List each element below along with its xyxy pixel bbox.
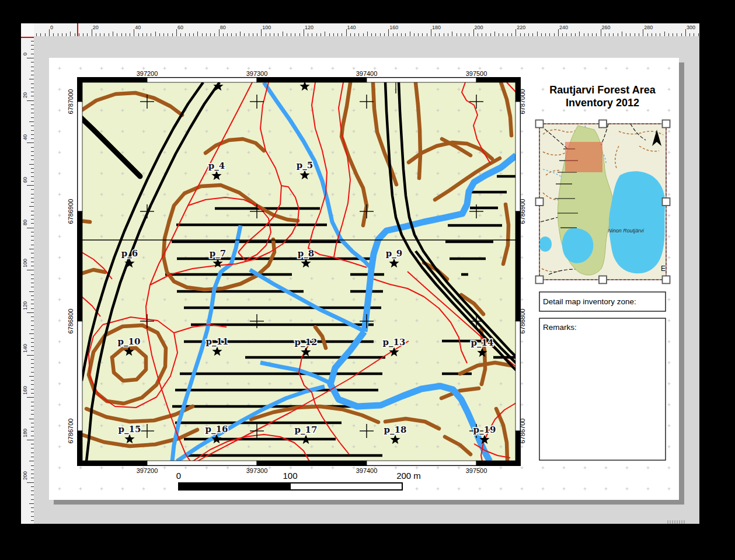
- title-line-1: Rautjarvi Forest Area: [549, 84, 656, 96]
- ruler-number: 20: [22, 92, 28, 98]
- layout-page: p_4p_5p_6p_7p_8p_9p_10p_11p_12p_13p_14p_…: [49, 58, 679, 500]
- sample-point-label: p_19: [473, 425, 496, 435]
- horizontal-ruler[interactable]: 0204060801001201401601802002202402602803…: [34, 23, 699, 37]
- ruler-number: 0: [22, 53, 28, 55]
- ruler-number: 60: [22, 177, 28, 183]
- ruler-number: 40: [22, 134, 28, 140]
- detail-zone-box-item[interactable]: Detail map inventory zone:: [539, 292, 666, 311]
- svg-text:397300: 397300: [246, 467, 268, 474]
- ruler-number: 20: [93, 25, 99, 30]
- sample-point-label: p_10: [118, 336, 141, 347]
- ruler-number: 80: [22, 220, 28, 225]
- sample-point-label: p_8: [298, 248, 314, 259]
- selection-handle[interactable]: [599, 276, 607, 284]
- overview-extent-rectangle: [565, 142, 602, 172]
- remarks-label: Remarks:: [543, 323, 577, 332]
- svg-text:397300: 397300: [246, 70, 268, 77]
- title-line-2: Inventory 2012: [566, 97, 639, 109]
- ruler-number: 160: [22, 386, 28, 395]
- remarks-box-item[interactable]: Remarks:: [539, 318, 666, 460]
- ruler-number: 220: [517, 25, 525, 30]
- sample-point-label: p_15: [119, 424, 141, 434]
- page-shadow: [679, 62, 684, 505]
- selection-handle[interactable]: [536, 276, 544, 284]
- ruler-number: 280: [644, 25, 653, 30]
- selection-handle[interactable]: [663, 120, 670, 128]
- qgis-layout-window: 0204060801001201401601802002202402602803…: [0, 0, 735, 560]
- ruler-number: 100: [22, 259, 28, 267]
- scalebar-label: 100: [283, 471, 297, 481]
- sample-point-label: p_17: [295, 425, 318, 435]
- svg-text:397200: 397200: [137, 70, 158, 77]
- vertical-ruler[interactable]: 020406080100120140160180200: [21, 36, 34, 524]
- svg-text:6786900: 6786900: [519, 199, 526, 224]
- svg-text:397500: 397500: [466, 70, 487, 77]
- ruler-number: 240: [559, 25, 568, 30]
- sample-point-label: p_12: [295, 337, 318, 347]
- page-shadow: [54, 500, 684, 505]
- sample-point-label: p_5: [297, 160, 313, 171]
- sample-point-label: p_13: [383, 337, 406, 347]
- map-background: [82, 82, 515, 461]
- svg-text:6787000: 6787000: [519, 89, 526, 114]
- main-map-item[interactable]: p_4p_5p_6p_7p_8p_9p_10p_11p_12p_13p_14p_…: [67, 70, 526, 474]
- svg-text:397400: 397400: [356, 70, 378, 77]
- sample-point-label: p_4: [208, 161, 225, 171]
- svg-text:6787000: 6787000: [67, 89, 74, 114]
- resize-grip[interactable]: [667, 520, 686, 524]
- selection-handle[interactable]: [599, 120, 607, 128]
- ruler-number: 180: [22, 429, 28, 437]
- selection-handle[interactable]: [536, 198, 544, 206]
- sample-point-label: p_7: [210, 248, 226, 259]
- scalebar-label: 200 m: [396, 471, 421, 481]
- ruler-number: 40: [135, 25, 141, 30]
- sample-point-label: p_18: [384, 425, 407, 435]
- ruler-number: 0: [50, 25, 53, 30]
- ruler-number: 160: [389, 25, 398, 30]
- ruler-corner: [21, 23, 34, 37]
- ruler-cursor-marker-left: [21, 37, 34, 38]
- overview-lake: [609, 171, 665, 273]
- selection-handle[interactable]: [536, 120, 544, 128]
- sample-point-label: p_9: [386, 248, 402, 259]
- svg-text:6786900: 6786900: [67, 199, 74, 224]
- svg-text:397200: 397200: [137, 467, 158, 474]
- sample-point-label: p_6: [121, 248, 138, 259]
- ruler-number: 200: [475, 25, 483, 30]
- ruler-number: 120: [305, 25, 313, 30]
- overview-map-item[interactable]: Ninon Routjärvi E: [536, 120, 670, 284]
- overview-lake-label: Ninon Routjärvi: [608, 228, 645, 234]
- remarks-box: [539, 318, 666, 460]
- ruler-number: 200: [22, 471, 28, 480]
- ruler-number: 140: [22, 344, 28, 353]
- ruler-number: 180: [432, 25, 441, 30]
- svg-text:397400: 397400: [356, 467, 378, 474]
- overview-corner-label: E: [661, 265, 666, 273]
- ruler-cursor-marker-top: [77, 23, 78, 36]
- svg-text:6786700: 6786700: [67, 419, 74, 444]
- ruler-number: 100: [262, 25, 271, 30]
- ruler-number: 60: [177, 25, 183, 30]
- sample-point-label: p_14: [471, 338, 494, 348]
- detail-zone-label: Detail map inventory zone:: [543, 297, 636, 306]
- overview-tiny-lake: [539, 236, 552, 252]
- ruler-number: 80: [220, 25, 226, 30]
- scalebar-label: 0: [176, 471, 181, 481]
- ruler-number: 140: [347, 25, 356, 30]
- svg-text:397500: 397500: [466, 467, 487, 474]
- selection-handle[interactable]: [663, 276, 670, 284]
- svg-text:6786700: 6786700: [519, 419, 526, 444]
- ruler-number: 120: [22, 301, 28, 310]
- selection-handle[interactable]: [663, 198, 670, 206]
- svg-text:6786800: 6786800: [67, 309, 74, 334]
- ruler-number: 300: [687, 25, 695, 30]
- sample-point-label: p_11: [206, 336, 229, 347]
- ruler-number: 260: [602, 25, 611, 30]
- sample-point-label: p_16: [205, 424, 228, 434]
- svg-text:6786800: 6786800: [519, 309, 526, 334]
